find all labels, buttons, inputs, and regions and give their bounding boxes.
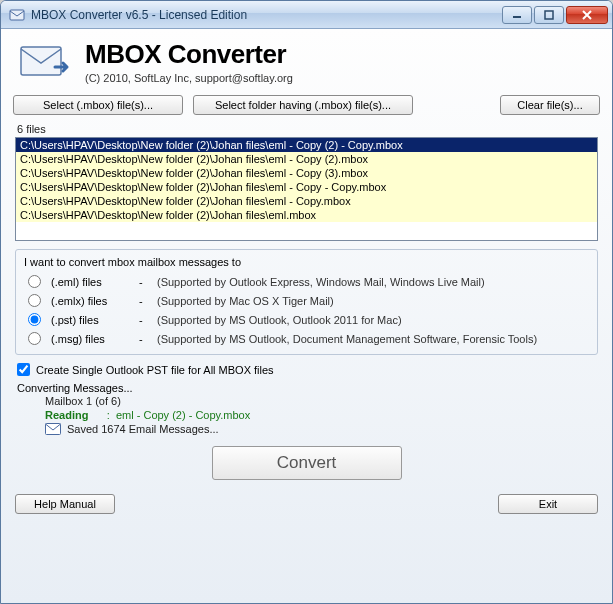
status-reading: Reading : eml - Copy (2) - Copy.mbox (45, 408, 596, 422)
app-title: MBOX Converter (85, 39, 293, 70)
single-pst-checkbox[interactable] (17, 363, 30, 376)
format-label: (.emlx) files (51, 295, 131, 307)
format-option-row: (.pst) files-(Supported by MS Outlook, O… (24, 310, 589, 329)
status-heading: Converting Messages... (17, 382, 596, 394)
dash: - (139, 276, 149, 288)
select-folder-button[interactable]: Select folder having (.mbox) file(s)... (193, 95, 413, 115)
exit-button[interactable]: Exit (498, 494, 598, 514)
app-window: MBOX Converter v6.5 - Licensed Edition M… (0, 0, 613, 604)
file-list-row[interactable]: C:\Users\HPAV\Desktop\New folder (2)\Joh… (16, 194, 597, 208)
status-mailbox: Mailbox 1 (of 6) (45, 394, 596, 408)
svg-rect-4 (46, 424, 61, 435)
titlebar[interactable]: MBOX Converter v6.5 - Licensed Edition (1, 1, 612, 29)
format-radio[interactable] (28, 275, 41, 288)
convert-options: I want to convert mbox mailbox messages … (15, 249, 598, 355)
format-label: (.eml) files (51, 276, 131, 288)
mail-icon (15, 37, 71, 85)
format-radio[interactable] (28, 294, 41, 307)
single-pst-label[interactable]: Create Single Outlook PST file for All M… (36, 364, 274, 376)
format-label: (.pst) files (51, 314, 131, 326)
maximize-button[interactable] (534, 6, 564, 24)
window-controls (502, 6, 608, 24)
help-button[interactable]: Help Manual (15, 494, 115, 514)
format-radio[interactable] (28, 332, 41, 345)
format-desc: (Supported by Mac OS X Tiger Mail) (157, 295, 334, 307)
file-list-row[interactable]: C:\Users\HPAV\Desktop\New folder (2)\Joh… (16, 138, 597, 152)
format-option-row: (.msg) files-(Supported by MS Outlook, D… (24, 329, 589, 348)
status-area: Converting Messages... Mailbox 1 (of 6) … (17, 382, 596, 436)
close-button[interactable] (566, 6, 608, 24)
content-area: MBOX Converter (C) 2010, SoftLay Inc, su… (1, 29, 612, 603)
footer: Help Manual Exit (7, 490, 606, 522)
file-list-row[interactable]: C:\Users\HPAV\Desktop\New folder (2)\Joh… (16, 208, 597, 222)
file-list-row[interactable]: C:\Users\HPAV\Desktop\New folder (2)\Joh… (16, 152, 597, 166)
window-title: MBOX Converter v6.5 - Licensed Edition (31, 8, 502, 22)
file-list[interactable]: C:\Users\HPAV\Desktop\New folder (2)\Joh… (15, 137, 598, 241)
format-option-row: (.emlx) files-(Supported by Mac OS X Tig… (24, 291, 589, 310)
single-pst-checkbox-row: Create Single Outlook PST file for All M… (17, 363, 596, 376)
file-list-row[interactable]: C:\Users\HPAV\Desktop\New folder (2)\Joh… (16, 166, 597, 180)
minimize-button[interactable] (502, 6, 532, 24)
file-count-label: 6 files (7, 123, 606, 137)
button-row: Select (.mbox) file(s)... Select folder … (7, 93, 606, 123)
app-subtitle: (C) 2010, SoftLay Inc, support@softlay.o… (85, 72, 293, 84)
dash: - (139, 333, 149, 345)
header: MBOX Converter (C) 2010, SoftLay Inc, su… (7, 35, 606, 93)
format-desc: (Supported by Outlook Express, Windows M… (157, 276, 485, 288)
header-text: MBOX Converter (C) 2010, SoftLay Inc, su… (85, 39, 293, 84)
format-radio[interactable] (28, 313, 41, 326)
convert-button[interactable]: Convert (212, 446, 402, 480)
dash: - (139, 295, 149, 307)
svg-rect-0 (10, 10, 24, 20)
svg-rect-3 (21, 47, 61, 75)
envelope-icon (45, 423, 61, 435)
svg-rect-2 (545, 11, 553, 19)
dash: - (139, 314, 149, 326)
format-desc: (Supported by MS Outlook, Outlook 2011 f… (157, 314, 402, 326)
clear-files-button[interactable]: Clear file(s)... (500, 95, 600, 115)
file-list-row[interactable]: C:\Users\HPAV\Desktop\New folder (2)\Joh… (16, 180, 597, 194)
app-icon (9, 7, 25, 23)
format-label: (.msg) files (51, 333, 131, 345)
format-desc: (Supported by MS Outlook, Document Manag… (157, 333, 537, 345)
status-saved: Saved 1674 Email Messages... (45, 422, 596, 436)
options-lead: I want to convert mbox mailbox messages … (24, 256, 589, 268)
select-files-button[interactable]: Select (.mbox) file(s)... (13, 95, 183, 115)
format-option-row: (.eml) files-(Supported by Outlook Expre… (24, 272, 589, 291)
